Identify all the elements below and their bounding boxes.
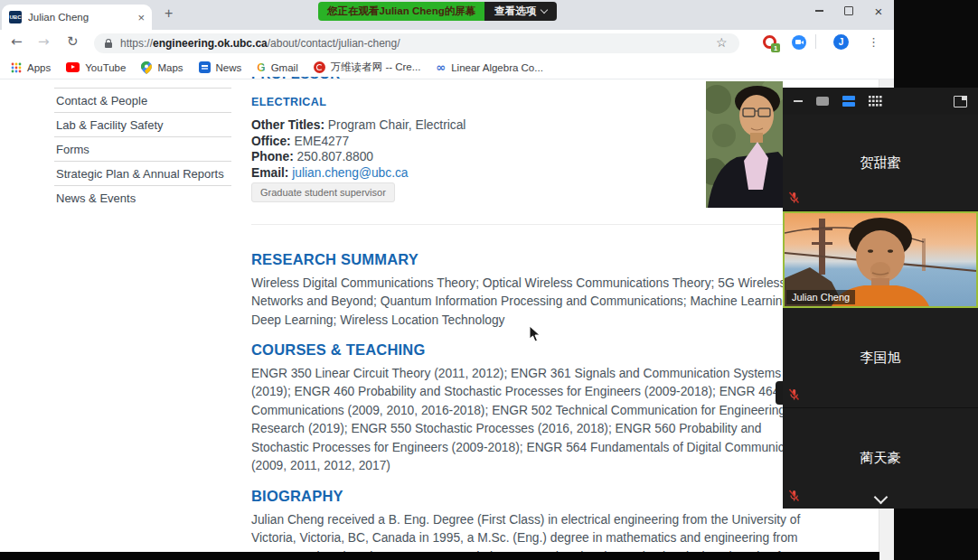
professor-heading-text: PROFESSOR	[251, 77, 432, 81]
back-button[interactable]: ←	[11, 35, 23, 49]
browser-tab[interactable]: UBC Julian Cheng ×	[2, 5, 152, 30]
detail-value: 250.807.8800	[297, 150, 373, 163]
url-path: /about/contact/julian-cheng/	[268, 37, 400, 50]
scroll-more-participants-button[interactable]	[874, 490, 889, 505]
bookmark-label: Apps	[27, 62, 51, 73]
muted-mic-icon	[788, 490, 800, 502]
zoom-view-toolbar	[783, 88, 978, 115]
news-icon	[199, 61, 211, 73]
window-restore-button[interactable]	[834, 0, 863, 22]
zoom-extension-icon[interactable]	[792, 35, 806, 50]
sidebar-item-news-events[interactable]: News & Events	[54, 185, 231, 210]
lock-icon	[105, 42, 112, 48]
bookmark-youtube[interactable]: YouTube	[66, 62, 126, 73]
camera-icon	[795, 40, 801, 44]
bookmark-label: Linear Algebra Co...	[451, 62, 543, 73]
courses-teaching-heading: COURSES & TEACHING	[251, 341, 425, 359]
sidebar-item-strategic-plan[interactable]: Strategic Plan & Annual Reports	[54, 161, 231, 185]
view-options-button[interactable]: 查看选项	[484, 2, 557, 21]
research-summary-text: Wireless Digital Communications Theory; …	[251, 275, 819, 330]
participant-name: 李国旭	[860, 350, 901, 367]
detail-label: Phone:	[251, 150, 294, 163]
forward-button[interactable]: →	[38, 35, 50, 49]
bookmark-label: Gmail	[271, 62, 298, 73]
address-bar[interactable]: https://engineering.ok.ubc.ca/about/cont…	[94, 33, 739, 53]
view-options-label: 查看选项	[494, 5, 536, 18]
detail-value: EME4277	[295, 135, 350, 148]
creaders-icon	[314, 61, 325, 73]
desktop: UBC Julian Cheng × + × 您正在观看Julian Cheng…	[0, 0, 978, 560]
browser-window: UBC Julian Cheng × + × 您正在观看Julian Cheng…	[0, 0, 894, 560]
profile-avatar[interactable]: J	[833, 34, 849, 50]
page-content: Contact & People Lab & Facility Safety F…	[0, 79, 879, 560]
email-link[interactable]: julian.cheng@ubc.ca	[292, 166, 408, 180]
bottom-black-bar	[0, 552, 879, 560]
participant-tile[interactable]: 蔺天豪	[783, 408, 978, 509]
bookmark-linear-algebra[interactable]: ∞ Linear Algebra Co...	[436, 61, 543, 74]
participant-tile[interactable]: 李国旭	[783, 308, 978, 408]
strip-view-icon[interactable]	[842, 96, 855, 107]
tab-close-icon[interactable]: ×	[137, 12, 145, 23]
minimize-icon	[815, 10, 823, 12]
gallery-view-icon[interactable]	[869, 96, 882, 107]
bookmark-label: News	[216, 62, 242, 73]
faculty-photo-art	[706, 81, 783, 208]
screen-share-banner: 您正在观看Julian Cheng的屏幕 查看选项	[318, 2, 557, 21]
courses-teaching-text: ENGR 350 Linear Circuit Theory (2011, 20…	[251, 365, 819, 475]
bookmarks-bar: Apps YouTube Maps News G Gmail 万维读者网 -- …	[0, 56, 894, 79]
muted-mic-icon	[788, 191, 800, 204]
biography-heading: BIOGRAPHY	[251, 488, 343, 505]
participant-name: 贺甜蜜	[860, 154, 901, 172]
bookmark-apps[interactable]: Apps	[11, 62, 51, 73]
active-speaker-video-tile[interactable]: Julian Cheng	[783, 211, 978, 308]
detail-phone: Phone: 250.807.8800	[251, 149, 465, 165]
window-minimize-button[interactable]	[804, 0, 833, 22]
participant-name: 蔺天豪	[860, 450, 901, 467]
profile-details: Other Titles: Program Chair, Electrical …	[251, 117, 465, 181]
window-close-button[interactable]: ×	[864, 0, 893, 22]
sidebar-item-forms[interactable]: Forms	[54, 136, 231, 161]
mouse-cursor	[529, 325, 541, 346]
department-heading[interactable]: ELECTRICAL	[251, 96, 326, 108]
detail-other-titles: Other Titles: Program Chair, Electrical	[251, 117, 465, 134]
bookmark-creaders[interactable]: 万维读者网 -- Cre...	[314, 61, 421, 74]
chevron-down-icon	[541, 6, 548, 14]
participant-tile[interactable]: 贺甜蜜	[783, 115, 978, 211]
page-sidebar: Contact & People Lab & Facility Safety F…	[54, 88, 231, 210]
share-banner-message: 您正在观看Julian Cheng的屏幕	[318, 2, 484, 21]
clipped-professor-heading: PROFESSOR	[251, 77, 432, 84]
bookmark-news[interactable]: News	[199, 61, 242, 73]
extension-blocker-icon[interactable]: 1	[763, 35, 776, 49]
muted-mic-icon	[788, 388, 800, 401]
reload-button[interactable]: ↻	[67, 35, 79, 49]
new-tab-button[interactable]: +	[165, 5, 173, 22]
tab-title: Julian Cheng	[28, 12, 134, 23]
bookmark-maps[interactable]: Maps	[141, 61, 183, 74]
maps-pin-icon	[141, 61, 152, 74]
faculty-photo	[706, 81, 783, 208]
detail-value: Program Chair, Electrical	[328, 118, 466, 132]
sidebar-item-lab-safety[interactable]: Lab & Facility Safety	[54, 112, 231, 136]
restore-icon	[844, 6, 853, 15]
speaker-view-icon[interactable]	[816, 97, 829, 106]
bookmark-gmail[interactable]: G Gmail	[257, 61, 297, 74]
browser-menu-button[interactable]: ⋮	[868, 35, 879, 49]
url-domain: engineering.ok.ubc.ca	[153, 37, 268, 50]
bookmark-label: Maps	[157, 62, 183, 73]
popout-layout-icon[interactable]	[954, 96, 967, 107]
detail-label: Email:	[251, 166, 288, 180]
panel-collapse-handle[interactable]	[776, 381, 783, 405]
active-speaker-name: Julian Cheng	[786, 290, 855, 304]
bookmark-label: 万维读者网 -- Cre...	[331, 61, 421, 74]
gmail-icon: G	[257, 61, 265, 74]
panel-minimize-icon[interactable]	[794, 100, 803, 102]
zoom-participants-panel: 贺甜蜜	[783, 88, 978, 509]
detail-office: Office: EME4277	[251, 134, 465, 150]
bookmark-star-button[interactable]: ☆	[716, 35, 728, 50]
url-text: https://engineering.ok.ubc.ca/about/cont…	[120, 37, 400, 50]
research-summary-heading: RESEARCH SUMMARY	[251, 251, 418, 268]
url-protocol: https://	[120, 37, 153, 50]
toolbar-divider	[815, 34, 816, 49]
sidebar-item-contact-people[interactable]: Contact & People	[54, 88, 231, 112]
detail-label: Office:	[251, 135, 291, 148]
